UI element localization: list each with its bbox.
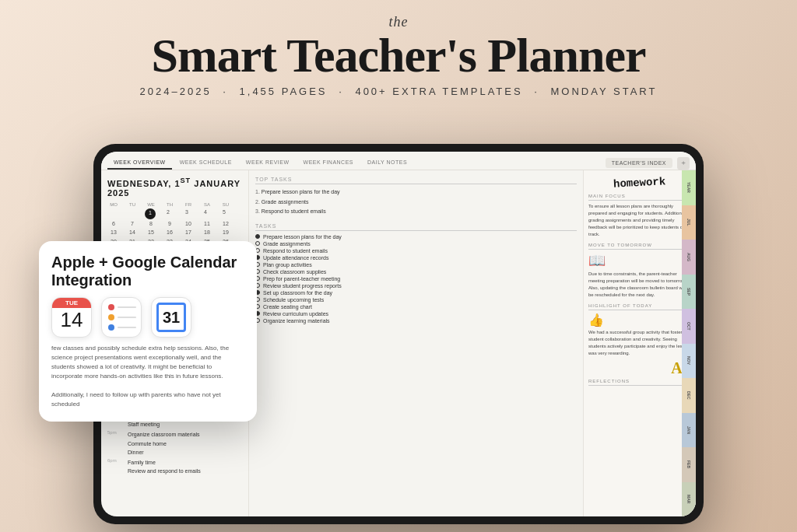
tab-week-review[interactable]: WEEK REVIEW <box>240 156 296 170</box>
cal-header-we: WE <box>145 202 157 207</box>
tab-week-finances[interactable]: WEEK FINANCES <box>297 156 360 170</box>
cal-header-mo: MO <box>107 202 120 207</box>
task-bullet <box>255 234 260 239</box>
overlay-title: Apple + Google Calendar Integration <box>51 254 244 289</box>
tab-oct[interactable]: OCT <box>682 309 696 344</box>
schedule-item: Review and respond to emails <box>128 467 242 475</box>
schedule-item: Dinner <box>128 448 242 457</box>
tab-mar[interactable]: MAR <box>682 482 696 517</box>
planner-right-sidebar: homework MAIN FOCUS To ensure all lesson… <box>583 170 696 516</box>
cal-cell: 7 <box>126 220 139 229</box>
reminder-dot-blue <box>108 324 114 331</box>
tab-aug[interactable]: AUG <box>682 240 696 275</box>
task-text: Schedule upcoming tests <box>263 297 324 303</box>
task-row: Respond to student emails <box>255 248 577 254</box>
task-bullet <box>255 241 260 246</box>
book-icon: 📖 <box>588 252 691 269</box>
tab-dec[interactable]: DEC <box>682 378 696 413</box>
top-task-3: 3. Respond to student emails <box>255 207 577 217</box>
overlay-description: few classes and possibly schedule extra … <box>51 344 244 409</box>
cal-cell: 6 <box>107 220 120 229</box>
reflections-label: REFLECTIONS <box>588 379 691 386</box>
cal-cell <box>126 208 139 219</box>
schedule-item: Organize classroom materials <box>128 430 242 439</box>
grade-icon: A+ <box>588 359 691 377</box>
move-tomorrow-label: MOVE TO TOMORROW <box>588 243 691 250</box>
task-row: Schedule upcoming tests <box>255 297 577 303</box>
task-text: Update attendance records <box>263 255 328 261</box>
task-text: Create seating chart <box>263 304 312 310</box>
header-title: Smart Teacher's Planner <box>0 30 797 81</box>
cal-header-fr: FR <box>182 202 195 207</box>
homework-title: homework <box>613 175 666 190</box>
task-text: Review curriculum updates <box>263 311 328 317</box>
top-tasks-list: 1. Prepare lesson plans for the day 2. G… <box>255 187 577 217</box>
tab-jan[interactable]: JAN <box>682 413 696 448</box>
subtitle-start: MONDAY START <box>551 86 658 97</box>
highlight-wrapper: HIGHLIGHT OF TODAY 👍 We had a successful… <box>588 303 691 377</box>
subtitle-pages: 1,455 PAGES <box>240 86 328 97</box>
plus-button[interactable]: + <box>677 157 690 170</box>
cal-cell: 3 <box>181 208 193 219</box>
google-cal-num: 31 <box>163 309 180 327</box>
cal-cell: 15 <box>145 229 157 237</box>
cal-cell: 11 <box>201 220 213 229</box>
reminder-dot-red <box>108 304 114 310</box>
task-row: Grade assignments <box>255 241 577 247</box>
book-icon-wrapper: MOVE TO TOMORROW 📖 Due to time constrain… <box>588 243 691 299</box>
tab-feb[interactable]: FEB <box>682 447 696 482</box>
task-row: Plan group activities <box>255 262 577 268</box>
cal-cell: 4 <box>199 208 212 219</box>
task-text: Check classroom supplies <box>263 269 326 275</box>
cal-cell: 5 <box>218 208 230 219</box>
reminder-row <box>108 324 136 331</box>
cal-cell <box>107 208 120 219</box>
schedule-item: Commute home <box>128 439 242 448</box>
overlay-card: Apple + Google Calendar Integration TUE … <box>39 241 257 422</box>
dot3: · <box>534 86 539 97</box>
cal-cell: 2 <box>162 208 174 219</box>
task-text: Set up classroom for the day <box>263 290 332 296</box>
header-the: the <box>0 14 797 30</box>
task-text: Respond to student emails <box>263 248 328 254</box>
reminder-line <box>118 327 136 328</box>
cal-cell: 13 <box>107 229 120 237</box>
planner-date: WEDNESDAY, 1ST JANUARY 2025 <box>107 177 242 198</box>
planner-center: TOP TASKS 1. Prepare lesson plans for th… <box>249 170 583 516</box>
cal-cell: 18 <box>201 229 213 237</box>
tab-daily-notes[interactable]: DAILY NOTES <box>361 156 413 170</box>
tab-year[interactable]: YEAR <box>682 170 696 205</box>
schedule-row: 6pm Family time Review and respond to em… <box>107 458 242 475</box>
apple-calendar-icon: TUE 14 <box>51 297 92 338</box>
task-row: Create seating chart <box>255 304 577 310</box>
apple-cal-day: 14 <box>61 308 83 332</box>
task-text: Prep for parent-teacher meeting <box>263 276 340 282</box>
cal-header-tu: TU <box>126 202 139 207</box>
reminder-row <box>108 304 136 310</box>
tab-week-overview[interactable]: WEEK OVERVIEW <box>107 156 172 170</box>
top-tasks-label: TOP TASKS <box>255 177 577 184</box>
task-row: Set up classroom for the day <box>255 290 577 296</box>
tab-sep[interactable]: SEP <box>682 275 696 310</box>
reminder-line <box>118 306 136 308</box>
google-cal-inner: 31 <box>156 303 186 332</box>
tab-nov[interactable]: NOV <box>682 344 696 379</box>
tab-week-schedule[interactable]: WEEK SCHEDULE <box>174 156 238 170</box>
task-row: Review student progress reports <box>255 283 577 289</box>
reflections-wrapper: REFLECTIONS <box>588 379 691 386</box>
teacher-index-button[interactable]: TEACHER'S INDEX <box>606 158 672 168</box>
month-tabs: YEAR JUL AUG SEP OCT NOV DEC JAN FEB MAR <box>682 170 696 516</box>
task-text: Review student progress reports <box>263 283 342 289</box>
task-text: Prepare lesson plans for the day <box>263 234 342 240</box>
homework-logo: homework <box>588 175 691 189</box>
task-row: Review curriculum updates <box>255 311 577 317</box>
task-row: Organize learning materials <box>255 318 577 324</box>
task-row: Check classroom supplies <box>255 269 577 275</box>
cal-cell-today: 1 <box>145 208 156 219</box>
cal-cell: 16 <box>163 229 176 237</box>
move-tomorrow-text: Due to time constraints, the parent-teac… <box>588 271 691 299</box>
tab-jul[interactable]: JUL <box>682 205 696 240</box>
cal-header-sa: SA <box>201 202 213 207</box>
cal-cell: 14 <box>126 229 139 237</box>
task-text: Plan group activities <box>263 262 312 268</box>
